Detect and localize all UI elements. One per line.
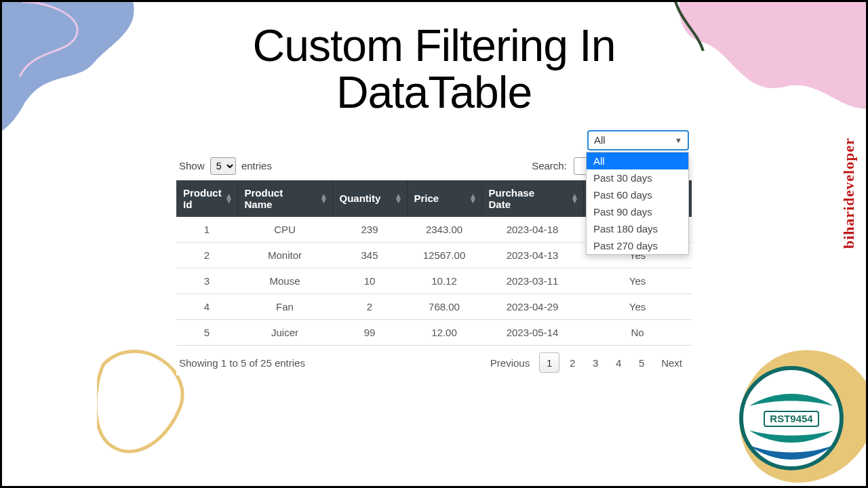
- page-number[interactable]: 2: [562, 352, 583, 373]
- col-product-name[interactable]: ProductName ▲▼: [237, 180, 332, 218]
- svg-text:RST9454: RST9454: [770, 413, 813, 424]
- date-filter-dropdown: All Past 30 days Past 60 days Past 90 da…: [586, 152, 689, 255]
- table-row: 3 Mouse 10 10.12 2023-03-11 Yes: [176, 268, 692, 294]
- col-purchase-date[interactable]: PurchaseDate ▲▼: [481, 180, 583, 218]
- date-filter-value: All: [594, 134, 606, 146]
- datatable-container: All ▼ All Past 30 days Past 60 days Past…: [176, 129, 692, 376]
- length-select[interactable]: 5: [210, 157, 236, 175]
- sort-icon: ▲▼: [320, 194, 328, 203]
- table-row: 4 Fan 2 768.00 2023-04-29 Yes: [176, 294, 692, 320]
- page-number[interactable]: 5: [631, 352, 652, 373]
- brand-text: biharideveloper: [840, 138, 858, 249]
- page-number[interactable]: 4: [608, 352, 629, 373]
- table-row: 5 Juicer 99 12.00 2023-05-14 No: [176, 320, 692, 346]
- date-filter-select[interactable]: All ▼: [587, 130, 689, 150]
- filter-option[interactable]: Past 60 days: [587, 186, 688, 203]
- sort-icon: ▲▼: [571, 194, 579, 203]
- logo-badge: RST9454: [737, 364, 846, 472]
- filter-option[interactable]: All: [587, 152, 688, 169]
- col-price[interactable]: Price ▲▼: [407, 180, 481, 218]
- filter-option[interactable]: Past 30 days: [587, 169, 688, 186]
- chevron-down-icon: ▼: [675, 136, 682, 144]
- col-product-id[interactable]: ProductId ▲▼: [176, 180, 237, 218]
- sort-icon: ▲▼: [225, 194, 233, 203]
- page-number[interactable]: 1: [539, 352, 559, 373]
- pagination: Previous 1 2 3 4 5 Next: [484, 352, 689, 373]
- col-quantity[interactable]: Quantity ▲▼: [332, 180, 407, 218]
- table-info: Showing 1 to 5 of 25 entries: [179, 357, 305, 369]
- length-control: Show 5 entries: [179, 157, 272, 175]
- page-prev[interactable]: Previous: [484, 352, 536, 373]
- page-number[interactable]: 3: [585, 352, 606, 373]
- sort-icon: ▲▼: [469, 194, 477, 203]
- filter-option[interactable]: Past 90 days: [587, 203, 688, 220]
- sort-icon: ▲▼: [395, 194, 403, 203]
- filter-option[interactable]: Past 180 days: [587, 220, 688, 237]
- page-title: Custom Filtering In DataTable: [2, 2, 866, 117]
- filter-option[interactable]: Past 270 days: [587, 237, 688, 254]
- page-next[interactable]: Next: [654, 352, 689, 373]
